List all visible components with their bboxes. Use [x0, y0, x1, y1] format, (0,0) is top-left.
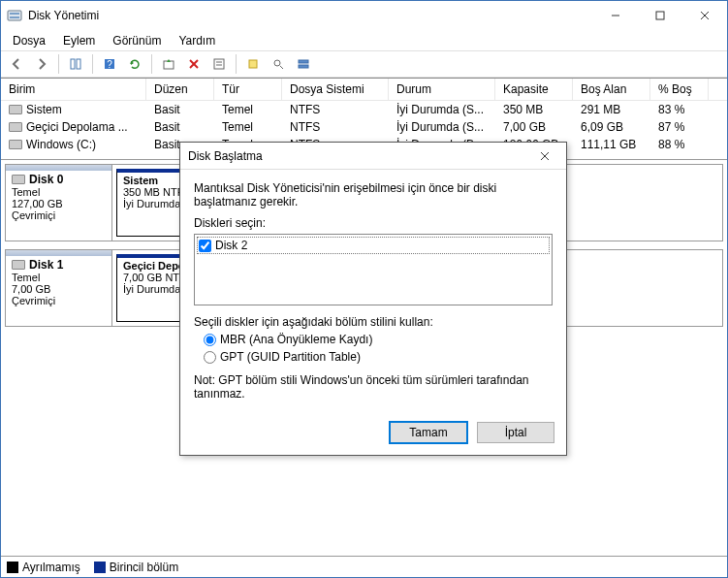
svg-text:?: ? [107, 59, 112, 70]
volume-cell: NTFS [282, 119, 389, 135]
disk-select-list[interactable]: Disk 2 [194, 234, 553, 305]
svg-rect-22 [299, 60, 308, 63]
volume-cell: 291 MB [573, 102, 650, 117]
initialize-disk-dialog: Disk Başlatma Mantıksal Disk Yöneticisi'… [179, 142, 567, 456]
show-hide-tree-button[interactable] [64, 52, 87, 76]
volume-cell: 350 MB [495, 102, 573, 117]
column-header-capacity[interactable]: Kapasite [495, 79, 573, 100]
volume-cell: İyi Durumda (S... [389, 102, 495, 117]
delete-button[interactable] [182, 52, 206, 76]
volume-cell: 111,11 GB [573, 137, 650, 152]
disk-type: Temel [12, 272, 106, 283]
volume-cell: Geçici Depolama ... [1, 119, 146, 135]
volume-cell: NTFS [282, 102, 389, 117]
svg-rect-0 [8, 11, 21, 20]
volume-cell: 7,00 GB [495, 119, 573, 135]
volume-cell: 83 % [650, 102, 709, 117]
disk-management-icon [7, 8, 22, 23]
ok-button[interactable]: Tamam [390, 422, 467, 443]
volume-cell: 6,09 GB [573, 119, 650, 135]
partition-style-label: Seçili diskler için aşağıdaki bölüm stil… [194, 315, 553, 329]
new-button[interactable] [241, 52, 265, 76]
column-header-pctfree[interactable]: % Boş [650, 79, 709, 100]
dialog-close-button[interactable] [531, 143, 558, 169]
svg-rect-7 [71, 59, 75, 69]
disk-size: 127,00 GB [12, 198, 106, 209]
volume-cell: Basit [146, 119, 214, 135]
volume-cell: İyi Durumda (S... [389, 119, 495, 135]
volume-icon [9, 122, 22, 132]
find-button[interactable] [267, 52, 290, 76]
menu-help[interactable]: Yardım [171, 32, 223, 49]
volume-cell: 87 % [650, 119, 709, 135]
gpt-note: Not: GPT bölüm stili Windows'un önceki t… [194, 373, 553, 401]
volume-icon [9, 105, 22, 114]
volume-cell: Temel [214, 102, 282, 117]
volume-row[interactable]: SistemBasitTemelNTFSİyi Durumda (S...350… [1, 101, 727, 118]
disk-info[interactable]: Disk 0Temel127,00 GBÇevrimiçi [6, 165, 112, 241]
volume-cell: Sistem [1, 102, 146, 117]
close-button[interactable] [682, 1, 727, 30]
volume-row[interactable]: Geçici Depolama ...BasitTemelNTFSİyi Dur… [1, 118, 727, 136]
svg-rect-1 [10, 13, 19, 15]
svg-rect-19 [249, 60, 257, 68]
legend-primary: Birincil bölüm [94, 560, 178, 574]
svg-rect-2 [10, 16, 19, 18]
volume-icon [9, 140, 22, 149]
gpt-radio[interactable] [204, 351, 216, 364]
disk-2-label: Disk 2 [215, 239, 247, 252]
disk-select-item[interactable]: Disk 2 [197, 237, 550, 254]
mbr-radio[interactable] [204, 334, 216, 346]
dialog-title: Disk Başlatma [188, 149, 531, 163]
svg-rect-4 [656, 12, 664, 19]
disk-status: Çevrimiçi [12, 295, 106, 306]
column-header-free[interactable]: Boş Alan [573, 79, 650, 100]
column-header-fs[interactable]: Dosya Sistemi [282, 79, 389, 100]
svg-rect-12 [164, 61, 174, 69]
volume-cell: 88 % [650, 137, 709, 152]
disk-status: Çevrimiçi [12, 209, 106, 221]
svg-rect-16 [214, 59, 224, 69]
menu-action[interactable]: Eylem [55, 32, 103, 49]
column-header-type[interactable]: Tür [214, 79, 282, 100]
svg-point-20 [274, 60, 280, 66]
disk-2-checkbox[interactable] [199, 240, 211, 252]
menu-file[interactable]: Dosya [5, 32, 53, 49]
dialog-intro: Mantıksal Disk Yöneticisi'nin erişebilme… [194, 181, 553, 209]
column-header-layout[interactable]: Düzen [146, 79, 214, 100]
disk-info[interactable]: Disk 1Temel7,00 GBÇevrimiçi [6, 250, 112, 326]
properties-button[interactable] [207, 52, 231, 76]
back-button[interactable] [5, 52, 28, 76]
disk-name: Disk 1 [12, 258, 106, 272]
export-button[interactable] [157, 52, 180, 76]
menubar: Dosya Eylem Görünüm Yardım [1, 30, 727, 50]
column-header-status[interactable]: Durum [389, 79, 495, 100]
menu-view[interactable]: Görünüm [105, 32, 169, 49]
help-button[interactable]: ? [98, 52, 121, 76]
titlebar: Disk Yönetimi [1, 1, 727, 30]
refresh-button[interactable] [123, 52, 146, 76]
volume-cell: Windows (C:) [1, 137, 146, 152]
column-header-volume[interactable]: Birim [1, 79, 146, 100]
cancel-button[interactable]: İptal [477, 422, 554, 443]
legend: Ayrılmamış Birincil bölüm [1, 556, 727, 577]
select-disks-label: Diskleri seçin: [194, 216, 553, 230]
gpt-option[interactable]: GPT (GUID Partition Table) [204, 350, 553, 364]
svg-rect-23 [299, 65, 308, 68]
disk-size: 7,00 GB [12, 283, 106, 295]
maximize-button[interactable] [638, 1, 682, 30]
legend-unallocated: Ayrılmamış [7, 560, 80, 574]
view-button[interactable] [292, 52, 315, 76]
disk-type: Temel [12, 186, 106, 198]
mbr-option[interactable]: MBR (Ana Önyükleme Kaydı) [204, 333, 553, 346]
window-title: Disk Yönetimi [28, 9, 593, 22]
minimize-button[interactable] [593, 1, 638, 30]
volume-list-header: Birim Düzen Tür Dosya Sistemi Durum Kapa… [1, 79, 727, 101]
svg-line-21 [280, 66, 283, 69]
svg-rect-8 [77, 59, 80, 69]
toolbar: ? [1, 50, 727, 78]
volume-cell: Temel [214, 119, 282, 135]
forward-button[interactable] [30, 52, 53, 76]
disk-name: Disk 0 [12, 173, 106, 186]
volume-cell: Basit [146, 102, 214, 117]
